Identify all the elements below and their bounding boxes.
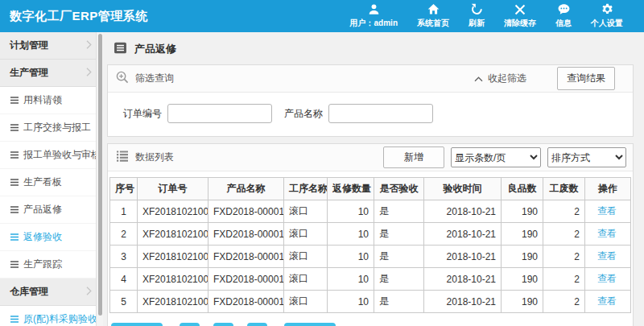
- sidebar-scrollbar[interactable]: [96, 32, 103, 326]
- column-header: 工序名称: [284, 178, 328, 200]
- sidebar-item-label: 用料请领: [23, 93, 62, 107]
- table-cell: 2: [543, 246, 585, 268]
- table-cell: 2018-10-21: [424, 223, 502, 246]
- sidebar-item-5[interactable]: 生产看板: [0, 169, 103, 196]
- sidebar-item-3[interactable]: 工序交接与报工: [0, 114, 103, 142]
- data-panel: 数据列表 新增 显示条数/页 排序方式 序号订单号产品名称工序名称返修数量是否验…: [107, 143, 634, 326]
- sidebar-group-1[interactable]: 生产管理: [0, 60, 103, 87]
- table-cell: 是: [374, 200, 424, 223]
- filter-panel-header: 筛选查询 收起筛选 查询结果: [108, 65, 633, 93]
- search-plus-icon: [116, 71, 129, 86]
- table-cell: 是: [374, 246, 424, 268]
- operations-cell: 查看删除: [585, 268, 631, 291]
- column-header: 良品数: [502, 178, 543, 200]
- table-cell: 是: [374, 291, 424, 313]
- table-header-row: 序号订单号产品名称工序名称返修数量是否验收验收时间良品数工废数操作: [110, 178, 631, 200]
- table-cell: 5: [110, 291, 138, 313]
- nav-item-home[interactable]: 系统首页: [417, 3, 449, 29]
- collapse-filter-label: 收起筛选: [488, 72, 526, 85]
- table-cell: 2: [543, 223, 585, 246]
- filter-panel: 筛选查询 收起筛选 查询结果 订单编号产品名称: [107, 64, 634, 137]
- sidebar-item-4[interactable]: 报工单验收与审核: [0, 142, 103, 169]
- view-link[interactable]: 查看: [597, 273, 617, 284]
- data-table: 序号订单号产品名称工序名称返修数量是否验收验收时间良品数工废数操作1XF2018…: [109, 177, 631, 313]
- table-cell: 4: [110, 268, 138, 291]
- table-cell: 2018-10-21: [424, 200, 502, 223]
- sidebar-group-0[interactable]: 计划管理: [0, 32, 103, 60]
- table-cell: 190: [502, 268, 543, 291]
- page-header: 产品返修: [107, 39, 634, 64]
- menu-bars-icon: [10, 151, 19, 159]
- chevron-up-icon: [474, 73, 483, 85]
- table-cell: 10: [328, 291, 374, 313]
- table-cell: 2018-10-21: [424, 268, 502, 291]
- table-cell: FXD2018-00001: [208, 246, 284, 268]
- menu-bars-icon: [10, 206, 19, 213]
- filter-form: 订单编号产品名称: [108, 93, 633, 136]
- list-controls: 新增 显示条数/页 排序方式: [383, 146, 626, 168]
- table-cell: 是: [374, 268, 424, 291]
- table-cell: 2018-10-21: [424, 291, 502, 313]
- query-result-button[interactable]: 查询结果: [557, 67, 615, 90]
- column-header: 是否验收: [374, 178, 424, 200]
- sidebar-item-label: 生产跟踪: [23, 258, 62, 271]
- view-link[interactable]: 查看: [597, 228, 617, 239]
- sidebar-group-9[interactable]: 仓库管理: [0, 279, 103, 306]
- settings-icon: [601, 3, 613, 15]
- top-nav: 用户：admin系统首页刷新清除缓存信息个人设置: [350, 3, 623, 29]
- prev-page-button[interactable]: < 上一页: [111, 323, 163, 326]
- nav-item-refresh[interactable]: 刷新: [469, 3, 485, 29]
- chevron-right-icon: [86, 287, 92, 298]
- sidebar-item-label: 生产看板: [23, 175, 62, 189]
- page-button-1[interactable]: 1: [180, 323, 200, 326]
- list-title: 数据列表: [135, 151, 174, 164]
- scrollbar-thumb[interactable]: [98, 34, 102, 316]
- sidebar-item-6[interactable]: 产品返修: [0, 196, 103, 224]
- nav-item-message[interactable]: 信息: [555, 3, 572, 29]
- main-content: 产品返修 筛选查询 收起筛选 查询结果 订单编号产品名称 数据列表 新增 显示条…: [103, 32, 644, 326]
- sidebar-item-label: 产品返修: [23, 203, 62, 217]
- table-cell: 10: [328, 200, 374, 223]
- operations-cell: 查看删除: [585, 291, 631, 313]
- nav-item-settings[interactable]: 个人设置: [591, 3, 623, 29]
- sidebar-item-label: 报工单验收与审核: [23, 148, 101, 162]
- sidebar-item-label: 原(配)料采购验收: [23, 312, 97, 326]
- page-button-3[interactable]: 3: [247, 323, 267, 326]
- order-no-field: 订单编号: [123, 104, 272, 123]
- sidebar: 计划管理生产管理用料请领工序交接与报工报工单验收与审核生产看板产品返修返修验收生…: [0, 32, 103, 326]
- page-button-2[interactable]: 2: [213, 323, 233, 326]
- menu-bars-icon: [10, 97, 19, 104]
- menu-bars-icon: [10, 261, 19, 268]
- sidebar-item-10[interactable]: 原(配)料采购验收: [0, 306, 103, 326]
- product-name-field: 产品名称: [284, 104, 433, 123]
- next-page-button[interactable]: 下一页 >: [284, 323, 336, 326]
- view-link[interactable]: 查看: [597, 205, 617, 217]
- sidebar-item-7[interactable]: 返修验收: [0, 224, 103, 251]
- table-cell: 190: [502, 200, 543, 223]
- sidebar-item-2[interactable]: 用料请领: [0, 87, 103, 114]
- filter-title: 筛选查询: [135, 72, 174, 85]
- message-icon: [558, 3, 570, 15]
- table-cell: XF20181021001: [138, 246, 208, 268]
- sidebar-item-8[interactable]: 生产跟踪: [0, 251, 103, 279]
- table-cell: 1: [110, 200, 138, 223]
- collapse-filter-toggle[interactable]: 收起筛选: [474, 72, 526, 85]
- view-link[interactable]: 查看: [597, 295, 617, 307]
- nav-item-user[interactable]: 用户：admin: [350, 3, 398, 29]
- sort-select[interactable]: 排序方式: [547, 147, 626, 167]
- product-name-input[interactable]: [328, 104, 433, 123]
- operations-cell: 查看删除: [585, 223, 631, 246]
- table-cell: FXD2018-00001: [208, 268, 284, 291]
- table-cell: 10: [328, 268, 374, 291]
- chevron-right-icon: [86, 40, 92, 52]
- chevron-right-icon: [86, 68, 92, 79]
- sidebar-item-label: 工序交接与报工: [23, 121, 91, 134]
- view-link[interactable]: 查看: [597, 250, 617, 262]
- sidebar-group-label: 仓库管理: [10, 285, 48, 299]
- nav-item-clear-cache[interactable]: 清除缓存: [504, 3, 536, 29]
- page-size-select[interactable]: 显示条数/页: [451, 147, 541, 167]
- add-button[interactable]: 新增: [383, 146, 444, 168]
- order-no-input[interactable]: [167, 104, 272, 123]
- table-cell: 2: [543, 268, 585, 291]
- table-cell: 滚口: [284, 246, 328, 268]
